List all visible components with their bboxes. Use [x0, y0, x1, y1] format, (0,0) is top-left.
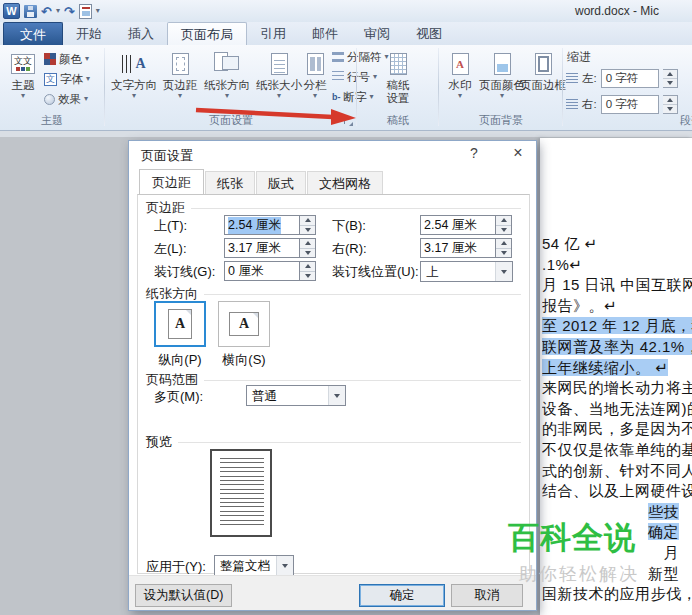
group-paragraph: 缩进 左: 0 字符 右: 0 字符 段落: [564, 45, 692, 130]
theme-fonts-button[interactable]: 文 字体 ▾: [44, 70, 90, 88]
undo-icon[interactable]: ↶: [41, 2, 52, 20]
word-logo-icon[interactable]: W: [3, 3, 20, 19]
save-icon[interactable]: [24, 2, 37, 20]
page-color-icon-wrap: [494, 49, 511, 79]
grid-paper-label: 稿纸设置: [385, 79, 411, 105]
gutter-spinner[interactable]: [300, 261, 316, 281]
document-line: 报告》。↵: [542, 296, 692, 317]
document-line: 联网普及率为 42.1%，: [542, 337, 692, 358]
watermark-button[interactable]: A 水印 ▾: [442, 49, 478, 100]
margin-right-spinner[interactable]: [496, 238, 512, 258]
tab-file[interactable]: 文件: [3, 22, 63, 45]
dialog-help-icon[interactable]: ?: [459, 141, 489, 165]
document-line: 国新技术的应用步伐，: [542, 584, 692, 605]
margin-right-input[interactable]: 3.17 厘米: [420, 238, 496, 258]
group-page-background-label: 页面背景: [440, 113, 562, 128]
set-default-button[interactable]: 设为默认值(D): [135, 584, 232, 607]
watermark-subtitle: 助你轻松解决: [508, 562, 639, 586]
margins-button[interactable]: 页边距 ▾: [160, 49, 200, 100]
columns-icon-wrap: [307, 49, 324, 79]
page-border-button[interactable]: 页面边框: [524, 49, 562, 92]
group-page-background: A 水印 ▾ 页面颜色 ▾ 页面边框 页面背景: [440, 45, 562, 130]
dialog-tab-layout[interactable]: 版式: [256, 171, 306, 196]
tab-mailings[interactable]: 邮件: [299, 22, 351, 45]
text-direction-button[interactable]: A 文字方向 ▾: [110, 49, 158, 100]
apply-to-dropdown[interactable]: 整篇文档: [214, 555, 294, 576]
indent-right-icon: [566, 99, 578, 109]
dialog-close-icon[interactable]: ×: [503, 141, 533, 165]
paper-size-button[interactable]: 纸张大小 ▾: [254, 49, 304, 100]
undo-dropdown-icon[interactable]: ▾: [56, 7, 60, 15]
indent-header: 缩进: [567, 49, 591, 66]
document-area-top-band: [0, 131, 692, 137]
gutter-input[interactable]: 0 厘米: [224, 261, 300, 281]
indent-left-label: 左:: [582, 71, 597, 86]
cancel-button[interactable]: 取消: [451, 584, 523, 607]
tab-page-layout[interactable]: 页面布局: [167, 22, 247, 45]
page-color-button[interactable]: 页面颜色 ▾: [480, 49, 524, 100]
word-window: W ↶ ▾ ↷ ▾ word.docx - Mic 文件 开始 插入 页面布局 …: [0, 0, 692, 615]
dialog-tab-paper[interactable]: 纸张: [205, 171, 255, 196]
multiple-pages-dropdown[interactable]: 普通: [246, 385, 346, 406]
document-line: 54 亿 ↵: [542, 234, 692, 255]
window-title: word.docx - Mic: [575, 4, 659, 18]
indent-left-input[interactable]: 0 字符: [601, 69, 659, 88]
dialog-title-bar[interactable]: 页面设置 ? ×: [129, 141, 536, 167]
fonts-icon: 文: [44, 73, 57, 86]
theme-colors-button[interactable]: 颜色 ▾: [44, 50, 89, 68]
indent-right-label: 右:: [582, 97, 597, 112]
apply-to-label: 应用于(Y):: [146, 558, 206, 576]
tab-references[interactable]: 引用: [247, 22, 299, 45]
fonts-label: 字体: [60, 72, 83, 87]
margin-top-label: 上(T):: [154, 217, 187, 235]
orientation-button[interactable]: 纸张方向 ▾: [202, 49, 252, 100]
paper-size-caret-icon: ▾: [277, 92, 281, 100]
dialog-tab-document-grid[interactable]: 文档网格: [307, 171, 383, 196]
tab-review[interactable]: 审阅: [351, 22, 403, 45]
ok-button[interactable]: 确定: [359, 584, 445, 607]
theme-effects-button[interactable]: 效果 ▾: [44, 90, 88, 108]
multiple-pages-label: 多页(M):: [154, 388, 203, 406]
themes-button[interactable]: 文文 主题 ▾: [4, 49, 42, 100]
indent-right-input[interactable]: 0 字符: [601, 95, 659, 114]
gutter-position-dropdown[interactable]: 上: [420, 261, 513, 282]
dropdown-chevron-icon: [328, 386, 345, 405]
dialog-tab-margins[interactable]: 页边距: [139, 169, 204, 196]
indent-right-spinner[interactable]: [663, 95, 678, 114]
tab-insert[interactable]: 插入: [115, 22, 167, 45]
site-watermark: 百科全说 助你轻松解决: [508, 517, 639, 586]
columns-icon: [307, 53, 324, 75]
indent-left-icon: [566, 73, 578, 83]
customize-qat-icon[interactable]: ▾: [96, 7, 100, 15]
margin-left-input[interactable]: 3.17 厘米: [224, 238, 300, 258]
margin-bottom-spinner[interactable]: [496, 215, 512, 235]
hyphenation-icon: b-: [332, 92, 341, 102]
group-themes-label: 主题: [0, 113, 104, 128]
margin-right-label: 右(R):: [332, 240, 367, 258]
colors-label: 颜色: [59, 52, 82, 67]
document-preview-icon[interactable]: [79, 2, 92, 20]
margin-bottom-input[interactable]: 2.54 厘米: [420, 215, 496, 235]
orientation-portrait-option[interactable]: A: [154, 301, 206, 347]
document-line: 月 15 日讯 中国互联网信: [542, 275, 692, 296]
preview-section-title: 预览: [146, 433, 172, 451]
indent-left-spinner[interactable]: [663, 69, 678, 88]
tab-view[interactable]: 视图: [403, 22, 455, 45]
margin-left-spinner[interactable]: [300, 238, 316, 258]
redo-icon[interactable]: ↷: [64, 2, 75, 20]
orientation-landscape-option[interactable]: A: [218, 301, 270, 347]
page-border-icon-wrap: [535, 49, 552, 79]
dialog-title: 页面设置: [141, 147, 193, 165]
tab-home[interactable]: 开始: [63, 22, 115, 45]
grid-paper-setup-button[interactable]: 稿纸设置: [378, 49, 418, 105]
watermark-caret-icon: ▾: [458, 92, 462, 100]
document-line: .1%↵: [542, 255, 692, 276]
columns-button[interactable]: 分栏 ▾: [298, 49, 332, 100]
margin-bottom-label: 下(B):: [332, 217, 366, 235]
margin-top-input[interactable]: 2.54 厘米: [224, 215, 300, 235]
group-separator: [438, 48, 439, 126]
document-line: 上年继续缩小。 ↵: [542, 358, 692, 379]
margin-top-spinner[interactable]: [300, 215, 316, 235]
indent-left-row: 左: 0 字符: [566, 69, 678, 87]
page-border-label: 页面边框: [520, 79, 566, 92]
